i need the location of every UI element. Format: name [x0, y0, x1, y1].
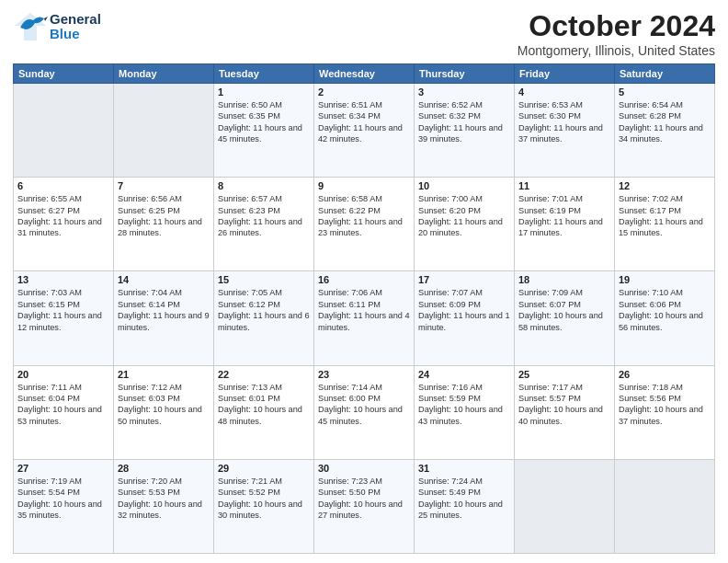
day-number: 16: [318, 274, 410, 285]
day-info: Sunrise: 6:51 AMSunset: 6:34 PMDaylight:…: [318, 99, 410, 145]
day-info: Sunrise: 6:57 AMSunset: 6:23 PMDaylight:…: [218, 193, 310, 239]
title-block: October 2024 Montgomery, Illinois, Unite…: [518, 9, 715, 58]
day-number: 6: [17, 180, 109, 191]
calendar-header-row: SundayMondayTuesdayWednesdayThursdayFrid…: [14, 64, 715, 84]
calendar-cell: 27Sunrise: 7:19 AMSunset: 5:54 PMDayligh…: [14, 459, 114, 553]
calendar-header-friday: Friday: [515, 64, 615, 84]
day-number: 19: [619, 274, 711, 285]
day-info: Sunrise: 7:12 AMSunset: 6:03 PMDaylight:…: [118, 382, 210, 428]
day-number: 28: [118, 463, 210, 474]
day-info: Sunrise: 7:18 AMSunset: 5:56 PMDaylight:…: [619, 382, 711, 428]
day-info: Sunrise: 7:06 AMSunset: 6:11 PMDaylight:…: [318, 287, 410, 333]
day-info: Sunrise: 6:55 AMSunset: 6:27 PMDaylight:…: [17, 193, 109, 239]
day-number: 25: [518, 369, 610, 380]
day-info: Sunrise: 7:16 AMSunset: 5:59 PMDaylight:…: [418, 382, 510, 428]
day-info: Sunrise: 7:23 AMSunset: 5:50 PMDaylight:…: [318, 476, 410, 522]
page: General Blue October 2024 Montgomery, Il…: [0, 0, 728, 563]
calendar-cell: 5Sunrise: 6:54 AMSunset: 6:28 PMDaylight…: [615, 84, 715, 178]
calendar-cell: 12Sunrise: 7:02 AMSunset: 6:17 PMDayligh…: [615, 178, 715, 271]
day-info: Sunrise: 7:07 AMSunset: 6:09 PMDaylight:…: [418, 287, 510, 333]
calendar-cell: 11Sunrise: 7:01 AMSunset: 6:19 PMDayligh…: [515, 178, 615, 271]
day-info: Sunrise: 7:01 AMSunset: 6:19 PMDaylight:…: [518, 193, 610, 239]
calendar-cell: 28Sunrise: 7:20 AMSunset: 5:53 PMDayligh…: [114, 459, 214, 553]
day-number: 17: [418, 274, 510, 285]
calendar-cell: 16Sunrise: 7:06 AMSunset: 6:11 PMDayligh…: [314, 271, 415, 365]
calendar-cell: 17Sunrise: 7:07 AMSunset: 6:09 PMDayligh…: [415, 271, 515, 365]
day-info: Sunrise: 7:13 AMSunset: 6:01 PMDaylight:…: [218, 382, 310, 428]
calendar-cell: 29Sunrise: 7:21 AMSunset: 5:52 PMDayligh…: [214, 459, 314, 553]
day-info: Sunrise: 7:10 AMSunset: 6:06 PMDaylight:…: [619, 287, 711, 333]
day-info: Sunrise: 7:05 AMSunset: 6:12 PMDaylight:…: [218, 287, 310, 333]
calendar-cell: [515, 459, 615, 553]
calendar-cell: 25Sunrise: 7:17 AMSunset: 5:57 PMDayligh…: [515, 365, 615, 459]
day-number: 5: [619, 86, 711, 98]
logo-general-text: General: [50, 12, 101, 28]
day-number: 11: [518, 180, 610, 191]
logo-label: General Blue: [50, 12, 101, 42]
logo: General Blue: [13, 9, 101, 44]
day-number: 2: [318, 86, 410, 98]
day-info: Sunrise: 7:19 AMSunset: 5:54 PMDaylight:…: [17, 476, 109, 522]
calendar-week-row: 20Sunrise: 7:11 AMSunset: 6:04 PMDayligh…: [14, 365, 715, 459]
calendar-cell: 21Sunrise: 7:12 AMSunset: 6:03 PMDayligh…: [114, 365, 214, 459]
calendar-cell: 20Sunrise: 7:11 AMSunset: 6:04 PMDayligh…: [14, 365, 114, 459]
day-info: Sunrise: 7:09 AMSunset: 6:07 PMDaylight:…: [518, 287, 610, 333]
day-number: 18: [518, 274, 610, 285]
main-title: October 2024: [518, 9, 715, 43]
calendar-cell: 4Sunrise: 6:53 AMSunset: 6:30 PMDaylight…: [515, 84, 615, 178]
calendar-cell: 6Sunrise: 6:55 AMSunset: 6:27 PMDaylight…: [14, 178, 114, 271]
day-info: Sunrise: 6:53 AMSunset: 6:30 PMDaylight:…: [518, 99, 610, 145]
day-info: Sunrise: 7:17 AMSunset: 5:57 PMDaylight:…: [518, 382, 610, 428]
day-info: Sunrise: 7:03 AMSunset: 6:15 PMDaylight:…: [17, 287, 109, 333]
calendar-header-monday: Monday: [114, 64, 214, 84]
day-number: 21: [118, 369, 210, 380]
day-number: 26: [619, 369, 711, 380]
calendar-week-row: 13Sunrise: 7:03 AMSunset: 6:15 PMDayligh…: [14, 271, 715, 365]
day-number: 22: [218, 369, 310, 380]
calendar-cell: 2Sunrise: 6:51 AMSunset: 6:34 PMDaylight…: [314, 84, 415, 178]
calendar-cell: 9Sunrise: 6:58 AMSunset: 6:22 PMDaylight…: [314, 178, 415, 271]
calendar-cell: 26Sunrise: 7:18 AMSunset: 5:56 PMDayligh…: [615, 365, 715, 459]
calendar-week-row: 27Sunrise: 7:19 AMSunset: 5:54 PMDayligh…: [14, 459, 715, 553]
day-number: 27: [17, 463, 109, 474]
calendar-cell: [114, 84, 214, 178]
day-info: Sunrise: 6:54 AMSunset: 6:28 PMDaylight:…: [619, 99, 711, 145]
day-number: 3: [418, 86, 510, 98]
calendar-header-thursday: Thursday: [415, 64, 515, 84]
day-number: 12: [619, 180, 711, 191]
day-number: 1: [218, 86, 310, 98]
day-info: Sunrise: 7:14 AMSunset: 6:00 PMDaylight:…: [318, 382, 410, 428]
calendar-header-wednesday: Wednesday: [314, 64, 415, 84]
calendar-cell: 18Sunrise: 7:09 AMSunset: 6:07 PMDayligh…: [515, 271, 615, 365]
day-info: Sunrise: 6:50 AMSunset: 6:35 PMDaylight:…: [218, 99, 310, 145]
day-info: Sunrise: 7:20 AMSunset: 5:53 PMDaylight:…: [118, 476, 210, 522]
logo-bird-icon: [13, 9, 48, 44]
calendar-header-tuesday: Tuesday: [214, 64, 314, 84]
logo-blue-text: Blue: [50, 27, 101, 42]
day-number: 7: [118, 180, 210, 191]
calendar-cell: 23Sunrise: 7:14 AMSunset: 6:00 PMDayligh…: [314, 365, 415, 459]
calendar-cell: [615, 459, 715, 553]
day-info: Sunrise: 7:21 AMSunset: 5:52 PMDaylight:…: [218, 476, 310, 522]
day-info: Sunrise: 6:52 AMSunset: 6:32 PMDaylight:…: [418, 99, 510, 145]
day-number: 31: [418, 463, 510, 474]
calendar-header-sunday: Sunday: [14, 64, 114, 84]
day-number: 13: [17, 274, 109, 285]
day-info: Sunrise: 7:00 AMSunset: 6:20 PMDaylight:…: [418, 193, 510, 239]
header: General Blue October 2024 Montgomery, Il…: [13, 9, 715, 58]
calendar-cell: 22Sunrise: 7:13 AMSunset: 6:01 PMDayligh…: [214, 365, 314, 459]
calendar-week-row: 6Sunrise: 6:55 AMSunset: 6:27 PMDaylight…: [14, 178, 715, 271]
day-number: 14: [118, 274, 210, 285]
day-number: 20: [17, 369, 109, 380]
day-number: 29: [218, 463, 310, 474]
day-info: Sunrise: 7:24 AMSunset: 5:49 PMDaylight:…: [418, 476, 510, 522]
day-number: 30: [318, 463, 410, 474]
calendar-cell: [14, 84, 114, 178]
calendar-cell: 1Sunrise: 6:50 AMSunset: 6:35 PMDaylight…: [214, 84, 314, 178]
day-info: Sunrise: 6:58 AMSunset: 6:22 PMDaylight:…: [318, 193, 410, 239]
calendar-cell: 24Sunrise: 7:16 AMSunset: 5:59 PMDayligh…: [415, 365, 515, 459]
calendar-cell: 3Sunrise: 6:52 AMSunset: 6:32 PMDaylight…: [415, 84, 515, 178]
day-number: 4: [518, 86, 610, 98]
calendar-cell: 8Sunrise: 6:57 AMSunset: 6:23 PMDaylight…: [214, 178, 314, 271]
calendar-cell: 31Sunrise: 7:24 AMSunset: 5:49 PMDayligh…: [415, 459, 515, 553]
